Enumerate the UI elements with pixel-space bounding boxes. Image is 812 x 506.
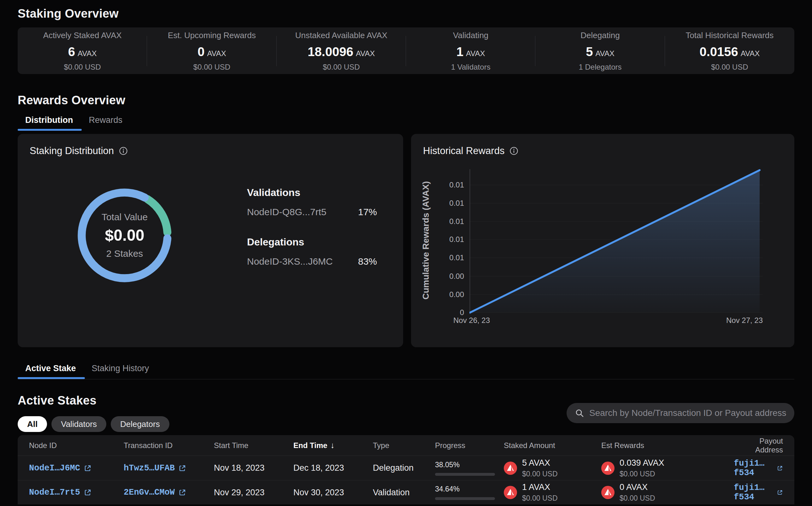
y-tick: 0.01: [442, 253, 464, 262]
stat-sub: $0.00 USD: [277, 63, 406, 72]
col-transaction-id[interactable]: Transaction ID: [124, 441, 214, 450]
stat-sub: $0.00 USD: [18, 63, 147, 72]
stat-value: 0: [198, 45, 204, 59]
total-value-label: Total Value: [102, 212, 148, 223]
stat-sub: $0.00 USD: [147, 63, 276, 72]
external-link-icon: [179, 489, 186, 496]
y-axis-label: Cumulative Rewards (AVAX): [421, 146, 431, 335]
delegations-heading: Delegations: [247, 236, 377, 248]
progress-bar: [435, 497, 495, 500]
stat-unstaked-available: Unstaked Available AVAX 18.0096AVAX $0.0…: [277, 27, 406, 75]
col-payout-address[interactable]: Payout Address: [734, 437, 783, 454]
stake-search-box[interactable]: [566, 403, 794, 423]
staked-amount-cell: 5 AVAX $0.00 USD: [504, 458, 601, 478]
filter-delegators-button[interactable]: Delegators: [111, 416, 170, 432]
y-tick: 0.01: [442, 235, 464, 244]
staking-distribution-donut-chart: Total Value $0.00 2 Stakes: [77, 188, 172, 282]
stat-sub: 1 Validators: [406, 63, 535, 72]
info-icon[interactable]: [510, 147, 518, 155]
stat-sub: 1 Delegators: [535, 63, 665, 72]
col-progress[interactable]: Progress: [435, 441, 504, 450]
staking-distribution-card: Staking Distribution Total Value $0.0: [18, 134, 403, 347]
tab-distribution[interactable]: Distribution: [18, 115, 82, 131]
page-title: Staking Overview: [18, 7, 794, 20]
col-staked-amount[interactable]: Staked Amount: [504, 441, 601, 450]
rewards-overview-tabs: Distribution Rewards: [18, 115, 794, 131]
transaction-id-text: 2EnGv…CMoW: [124, 488, 175, 497]
stat-value: 18.0096: [308, 45, 353, 59]
historical-rewards-line-chart: [469, 169, 763, 317]
staking-overview-stats: Actively Staked AVAX 6AVAX $0.00 USD Est…: [18, 27, 794, 74]
col-type[interactable]: Type: [373, 441, 435, 450]
est-rewards-cell: 0.039 AVAX $0.00 USD: [601, 458, 734, 478]
external-link-icon: [84, 489, 91, 496]
stat-label: Validating: [406, 30, 535, 40]
x-tick-end: Nov 27, 23: [710, 316, 779, 325]
node-id-link[interactable]: NodeI…7rt5: [29, 488, 124, 497]
node-id-text: NodeI…7rt5: [29, 488, 80, 497]
est-rewards-avax: 0.039 AVAX: [620, 458, 664, 468]
staked-usd: $0.00 USD: [522, 470, 558, 478]
col-node-id[interactable]: Node ID: [29, 441, 124, 450]
stat-value: 0.0156: [699, 45, 738, 59]
end-time-label: End Time: [293, 441, 328, 450]
x-tick-start: Nov 26, 23: [437, 316, 506, 325]
tab-rewards[interactable]: Rewards: [82, 115, 129, 131]
transaction-id-link[interactable]: 2EnGv…CMoW: [124, 488, 214, 497]
historical-rewards-card: Historical Rewards Cumulative Rewards (A…: [411, 134, 794, 347]
table-header-row: Node ID Transaction ID Start Time End Ti…: [18, 435, 794, 456]
progress-cell: 34.64%: [435, 485, 495, 500]
tab-staking-history[interactable]: Staking History: [85, 363, 156, 379]
stat-label: Unstaked Available AVAX: [277, 30, 406, 40]
total-value-amount: $0.00: [105, 226, 144, 245]
stat-unit: AVAX: [466, 49, 485, 58]
avax-logo-icon: [601, 486, 614, 499]
active-stakes-table: Node ID Transaction ID Start Time End Ti…: [18, 435, 794, 504]
table-row: NodeI…7rt5 2EnGv…CMoW Nov 29, 2023 Nov 3…: [18, 480, 794, 504]
avax-logo-icon: [601, 461, 614, 475]
progress-percent: 34.64%: [435, 485, 495, 493]
payout-address-link[interactable]: fuji1…f534: [734, 483, 783, 502]
progress-bar: [435, 473, 495, 476]
sort-down-icon: ↓: [331, 440, 335, 450]
stakes-count: 2 Stakes: [106, 248, 143, 259]
delegations-legend-row: NodeID-3KS...J6MC 83%: [247, 256, 377, 267]
staked-avax: 1 AVAX: [522, 482, 558, 492]
stat-unit: AVAX: [78, 49, 96, 58]
filter-validators-button[interactable]: Validators: [52, 416, 106, 432]
stat-label: Delegating: [535, 30, 665, 40]
validations-legend-row: NodeID-Q8G...7rt5 17%: [247, 207, 377, 218]
transaction-id-text: hTwz5…UFAB: [124, 463, 175, 473]
distribution-legend: Validations NodeID-Q8G...7rt5 17% Delega…: [247, 187, 377, 267]
col-end-time[interactable]: End Time ↓: [293, 440, 373, 450]
avax-logo-icon: [504, 461, 517, 475]
end-time-cell: Dec 18, 2023: [293, 463, 373, 473]
staking-page: Staking Overview Actively Staked AVAX 6A…: [0, 0, 812, 504]
stat-actively-staked: Actively Staked AVAX 6AVAX $0.00 USD: [18, 27, 147, 75]
est-rewards-avax: 0 AVAX: [620, 482, 655, 492]
y-tick: 0.01: [442, 180, 464, 189]
staked-usd: $0.00 USD: [522, 494, 558, 503]
info-icon[interactable]: [119, 147, 128, 155]
stat-unit: AVAX: [356, 49, 375, 58]
validations-heading: Validations: [247, 187, 377, 198]
node-id-link[interactable]: NodeI…J6MC: [29, 463, 124, 473]
external-link-icon: [777, 465, 783, 472]
filter-all-button[interactable]: All: [18, 416, 47, 432]
avax-logo-icon: [504, 486, 517, 499]
historical-rewards-title: Historical Rewards: [423, 145, 504, 157]
col-start-time[interactable]: Start Time: [214, 441, 293, 450]
payout-address-link[interactable]: fuji1…f534: [734, 459, 783, 478]
y-tick: 0: [442, 308, 464, 317]
transaction-id-link[interactable]: hTwz5…UFAB: [124, 463, 214, 473]
stat-value: 1: [457, 45, 463, 59]
staking-distribution-title: Staking Distribution: [30, 145, 114, 157]
search-input[interactable]: [589, 408, 786, 418]
staked-amount-cell: 1 AVAX $0.00 USD: [504, 482, 601, 503]
type-cell: Validation: [373, 488, 435, 498]
est-rewards-usd: $0.00 USD: [620, 470, 664, 478]
col-est-rewards[interactable]: Est Rewards: [601, 441, 734, 450]
tab-active-stake[interactable]: Active Stake: [18, 363, 85, 379]
stat-upcoming-rewards: Est. Upcoming Rewards 0AVAX $0.00 USD: [147, 27, 276, 75]
delegation-percent: 83%: [358, 256, 377, 267]
